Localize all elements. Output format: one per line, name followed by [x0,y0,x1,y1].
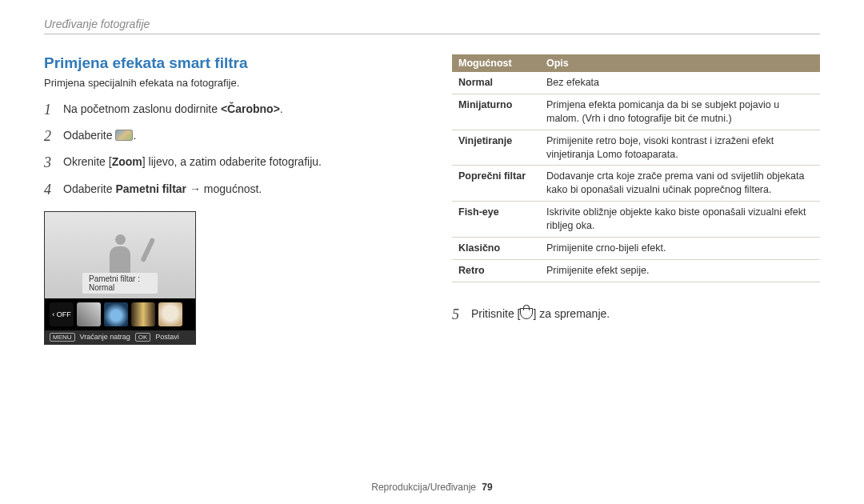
camera-preview: Pametni filtar : Normal ‹ OFF MENU Vraća… [44,211,196,345]
step-text: → mogućnost. [186,182,262,195]
option-desc: Primijenite crno-bijeli efekt. [540,237,820,259]
step-number: 1 [44,100,63,120]
section-title: Primjena efekata smart filtra [44,54,420,72]
option-name: Minijaturno [452,94,540,130]
table-row: Poprečni filtarDodavanje crta koje zrače… [452,166,820,202]
step-number: 2 [44,126,63,146]
step-bold: <Čarobno> [221,102,280,115]
option-desc: Primijenite efekt sepije. [540,259,820,282]
option-name: Normal [452,72,540,94]
flower-macro-icon [520,308,533,319]
divider [44,34,820,34]
option-name: Retro [452,259,540,282]
step-text: . [280,102,283,115]
filter-thumb[interactable] [77,302,101,326]
step-text: Pritisnite [ [471,307,520,320]
preview-image: Pametni filtar : Normal [45,212,195,298]
section-subtitle: Primjena specijalnih efekata na fotograf… [44,77,420,89]
option-name: Poprečni filtar [452,166,540,202]
filter-thumbnails: ‹ OFF [45,298,195,330]
option-name: Vinjetiranje [452,130,540,166]
step-text: ] za spremanje. [533,307,610,320]
menu-label: Vraćanje natrag [80,333,130,341]
edit-photo-icon [115,130,133,141]
step-5: 5 Pritisnite [] za spremanje. [452,305,820,325]
option-desc: Iskrivite obližnje objekte kako biste op… [540,202,820,238]
option-desc: Primjena efekta pomicanja da bi se subje… [540,94,820,130]
table-row: Fish-eyeIskrivite obližnje objekte kako … [452,202,820,238]
footer-section: Reprodukcija/Uređivanje [371,482,476,493]
step-number: 4 [44,180,63,200]
option-desc: Dodavanje crta koje zrače prema vani od … [540,166,820,202]
step-1: 1 Na početnom zaslonu dodirnite <Čarobno… [44,100,420,120]
table-header-desc: Opis [540,54,820,72]
table-row: NormalBez efekata [452,72,820,94]
step-3: 3 Okrenite [Zoom] lijevo, a zatim odaber… [44,153,420,173]
step-text: ] lijevo, a zatim odaberite fotografiju. [142,155,322,168]
page-number: 79 [482,482,492,493]
step-bold: Pametni filtar [115,182,186,195]
page-footer: Reprodukcija/Uređivanje 79 [0,482,864,493]
option-name: Fish-eye [452,202,540,238]
step-text: Odaberite [63,182,115,195]
step-text: Odaberite [63,129,115,142]
table-header-option: Mogućnost [452,54,540,72]
filter-label: Pametni filtar : Normal [82,273,158,294]
step-bold: Zoom [112,155,142,168]
step-number: 3 [44,153,63,173]
filter-off-button[interactable]: ‹ OFF [50,302,74,326]
option-name: Klasično [452,237,540,259]
filter-thumb[interactable] [104,302,128,326]
filter-thumb[interactable] [158,302,182,326]
option-desc: Bez efekata [540,72,820,94]
option-desc: Primijenite retro boje, visoki kontrast … [540,130,820,166]
menu-button[interactable]: MENU [50,333,75,342]
filter-thumb[interactable] [131,302,155,326]
table-row: KlasičnoPrimijenite crno-bijeli efekt. [452,237,820,259]
options-table: Mogućnost Opis NormalBez efekata Minijat… [452,54,820,282]
table-row: MinijaturnoPrimjena efekta pomicanja da … [452,94,820,130]
page-breadcrumb: Uređivanje fotografije [44,18,820,30]
step-text: Na početnom zaslonu dodirnite [63,102,221,115]
step-text: . [133,129,136,142]
ok-label: Postavi [155,333,179,341]
table-row: VinjetiranjePrimijenite retro boje, viso… [452,130,820,166]
step-text: Okrenite [ [63,155,112,168]
preview-bottom-bar: MENU Vraćanje natrag OK Postavi [45,330,195,344]
step-4: 4 Odaberite Pametni filtar → mogućnost. [44,180,420,200]
ok-button[interactable]: OK [135,333,151,342]
step-2: 2 Odaberite . [44,126,420,146]
table-row: RetroPrimijenite efekt sepije. [452,259,820,282]
step-number: 5 [452,305,471,325]
